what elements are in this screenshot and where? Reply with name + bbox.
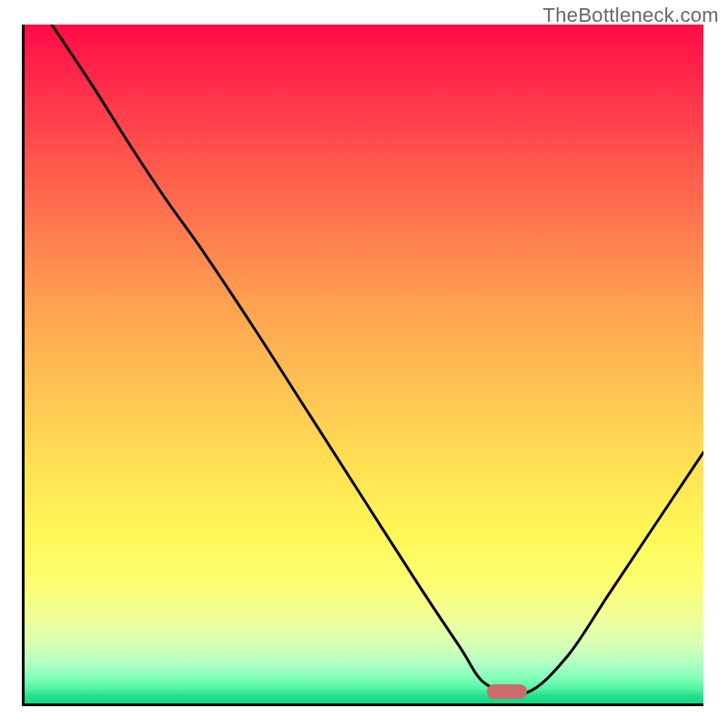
- chart-container: TheBottleneck.com: [0, 0, 728, 728]
- curve-layer: [25, 25, 703, 703]
- optimal-marker: [487, 684, 527, 699]
- x-axis-line: [25, 703, 703, 706]
- bottleneck-curve: [52, 25, 703, 694]
- plot-area: [25, 25, 703, 703]
